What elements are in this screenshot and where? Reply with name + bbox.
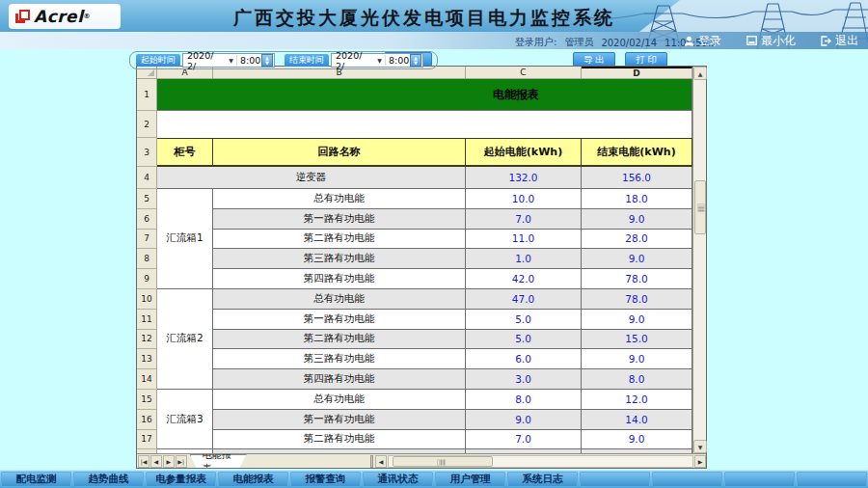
print-button[interactable]: 打 印 (625, 52, 667, 67)
start-value-cell[interactable]: 47.0 (466, 289, 582, 310)
circuit-cell[interactable]: 第三路有功电能 (213, 249, 466, 269)
end-value-cell[interactable]: 9.0 (582, 249, 692, 269)
start-time-spinner[interactable]: ▲▼ (261, 54, 273, 67)
login-button[interactable]: 登录 (684, 33, 721, 49)
cabinet-cell[interactable]: 汇流箱1 (157, 189, 213, 289)
next-sheet-icon[interactable]: ▶ (163, 455, 175, 468)
cabinet-cell[interactable]: 逆变器 (157, 167, 466, 189)
column-header-c[interactable]: C (466, 67, 582, 79)
circuit-cell[interactable]: 总有功电能 (213, 189, 466, 209)
end-energy-header-cell[interactable]: 结束电能(kWh) (582, 138, 692, 167)
end-value-cell[interactable]: 9.0 (582, 349, 692, 369)
end-value-cell[interactable]: 78.0 (582, 269, 692, 289)
end-value-cell[interactable]: 12.0 (582, 390, 692, 410)
menu-item-empty[interactable] (797, 472, 867, 487)
end-value-cell[interactable]: 18.0 (582, 189, 692, 209)
vertical-scroll-thumb[interactable] (694, 180, 706, 234)
scroll-right-icon[interactable]: ▶ (694, 455, 706, 468)
menu-item-alarm-query[interactable]: 报警查询 (290, 472, 361, 487)
start-value-cell[interactable]: 11.0 (466, 230, 582, 250)
menu-item-empty[interactable] (652, 472, 722, 487)
exit-button[interactable]: 退出 (821, 33, 858, 49)
circuit-cell[interactable]: 第二路有功电能 (213, 430, 466, 450)
row-number[interactable]: 11 (137, 310, 157, 330)
menu-item-energy-report[interactable]: 电能报表 (218, 472, 288, 487)
end-date-dropdown-icon[interactable]: ▼ (374, 54, 385, 67)
start-value-cell[interactable]: 9.0 (466, 410, 582, 430)
first-sheet-icon[interactable]: |◀ (138, 455, 149, 468)
end-value-cell[interactable]: 15.0 (582, 330, 692, 350)
end-value-cell[interactable]: 8.0 (582, 369, 692, 390)
end-value-cell[interactable]: 156.0 (582, 167, 692, 189)
circuit-cell[interactable]: 第三路有功电能 (213, 349, 466, 369)
circuit-cell[interactable]: 第二路有功电能 (213, 330, 466, 350)
row-number[interactable]: 5 (137, 189, 157, 209)
end-value-cell[interactable]: 28.0 (582, 230, 692, 250)
circuit-cell[interactable]: 第四路有功电能 (213, 269, 466, 289)
start-value-cell[interactable]: 10.0 (466, 189, 582, 209)
row-number[interactable]: 16 (137, 410, 157, 430)
circuit-cell[interactable]: 第四路有功电能 (213, 369, 466, 390)
row-number[interactable]: 10 (137, 289, 157, 310)
scroll-up-icon[interactable]: ▲ (693, 67, 707, 80)
cabinet-cell[interactable]: 汇流箱2 (157, 289, 213, 390)
circuit-cell[interactable]: 第一路有功电能 (213, 209, 466, 230)
menu-item-parameter-report[interactable]: 电参量报表 (146, 472, 216, 487)
end-value-cell[interactable]: 14.0 (582, 410, 692, 430)
menu-item-empty[interactable] (724, 472, 795, 487)
prev-sheet-icon[interactable]: ◀ (150, 455, 162, 468)
row-number[interactable]: 4 (137, 167, 157, 189)
row-number[interactable]: 15 (137, 390, 157, 410)
start-energy-header-cell[interactable]: 起始电能(kWh) (466, 138, 582, 167)
row-number[interactable]: 6 (137, 209, 157, 230)
row-number[interactable]: 17 (137, 430, 157, 450)
blank-cell[interactable] (157, 111, 692, 138)
circuit-cell[interactable]: 第一路有功电能 (213, 410, 466, 430)
start-value-cell[interactable]: 3.0 (466, 369, 582, 390)
menu-item-comm-status[interactable]: 通讯状态 (363, 472, 433, 487)
end-time-spinner[interactable]: ▲▼ (410, 54, 421, 67)
menu-item-empty[interactable] (580, 472, 650, 487)
row-number[interactable]: 8 (137, 249, 157, 269)
scroll-down-icon[interactable]: ▼ (693, 440, 707, 453)
start-value-cell[interactable]: 7.0 (466, 209, 582, 230)
menu-item-system-log[interactable]: 系统日志 (507, 472, 578, 487)
scroll-left-icon[interactable]: ◀ (375, 455, 387, 468)
row-number[interactable]: 2 (137, 111, 157, 138)
start-value-cell[interactable]: 5.0 (466, 330, 582, 350)
start-value-cell[interactable]: 6.0 (466, 349, 582, 369)
end-datetime-picker[interactable]: 2020/ 2/ ▼ 8:00: ▲▼ (331, 53, 423, 68)
start-value-cell[interactable]: 7.0 (466, 430, 582, 450)
start-value-cell[interactable]: 5.0 (466, 310, 582, 330)
start-value-cell[interactable]: 42.0 (466, 269, 582, 289)
row-number[interactable]: 14 (137, 369, 157, 390)
circuit-cell[interactable]: 总有功电能 (213, 390, 466, 410)
end-value-cell[interactable]: 78.0 (582, 289, 692, 310)
start-value-cell[interactable]: 1.0 (466, 249, 582, 269)
menu-item-trend-curve[interactable]: 趋势曲线 (73, 472, 144, 487)
sheet-tab-energy-report[interactable]: 电能报表 (190, 454, 247, 468)
cabinet-cell[interactable]: 汇流箱3 (157, 390, 213, 449)
circuit-cell[interactable]: 总有功电能 (213, 289, 466, 310)
start-value-cell[interactable]: 8.0 (466, 390, 582, 410)
last-sheet-icon[interactable]: ▶| (176, 455, 187, 468)
report-title-cell[interactable]: 电能报表 (157, 79, 692, 111)
cabinet-header-cell[interactable]: 柜号 (157, 138, 213, 167)
horizontal-scroll-thumb[interactable] (393, 456, 493, 467)
start-datetime-picker[interactable]: 2020/ 2/ ▼ 8:00: ▲▼ (182, 53, 275, 68)
row-number[interactable]: 12 (137, 330, 157, 350)
circuit-cell[interactable]: 第二路有功电能 (213, 230, 466, 250)
row-number[interactable]: 1 (137, 79, 157, 111)
row-number[interactable]: 13 (137, 349, 157, 369)
horizontal-scrollbar[interactable] (388, 455, 693, 468)
vertical-scrollbar[interactable]: ▲ ▼ (692, 67, 706, 453)
menu-item-power-distribution[interactable]: 配电监测 (1, 472, 71, 487)
export-button[interactable]: 导 出 (573, 52, 615, 67)
minimize-button[interactable]: 最小化 (746, 33, 796, 49)
end-value-cell[interactable]: 9.0 (582, 430, 692, 450)
start-date-dropdown-icon[interactable]: ▼ (226, 54, 236, 67)
row-number[interactable]: 9 (137, 269, 157, 289)
menu-item-user-management[interactable]: 用户管理 (435, 472, 505, 487)
tab-split-handle[interactable] (370, 455, 374, 468)
row-number[interactable]: 7 (137, 230, 157, 250)
